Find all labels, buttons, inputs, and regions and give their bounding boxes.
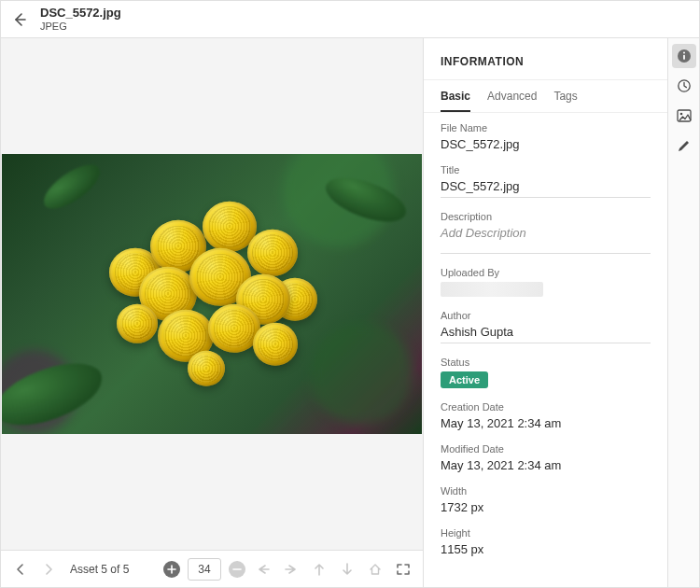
info-icon <box>677 49 692 63</box>
svg-point-3 <box>683 52 685 54</box>
minus-icon <box>232 565 242 574</box>
back-button[interactable] <box>8 8 31 31</box>
file-type: JPEG <box>40 21 121 33</box>
fullscreen-icon <box>397 564 410 575</box>
field-modified-date: Modified Date May 13, 2021 2:34 am <box>441 443 651 472</box>
info-tabs: Basic Advanced Tags <box>424 80 667 113</box>
title-block: DSC_5572.jpg JPEG <box>40 6 121 33</box>
tab-tags[interactable]: Tags <box>553 90 577 112</box>
field-label: Title <box>441 164 651 175</box>
status-badge: Active <box>441 371 488 388</box>
field-title[interactable]: Title DSC_5572.jpg <box>441 164 651 198</box>
next-asset-button[interactable] <box>38 559 59 580</box>
zoom-out-button[interactable] <box>229 561 245 578</box>
reset-view-button[interactable] <box>365 559 385 580</box>
field-uploaded-by: Uploaded By <box>441 267 651 297</box>
svg-point-6 <box>679 113 682 116</box>
field-label: Author <box>441 310 651 321</box>
arrow-right-icon <box>285 564 298 575</box>
uploaded-by-value <box>441 282 543 297</box>
field-status: Status Active <box>441 357 651 388</box>
arrow-up-icon <box>314 563 325 576</box>
field-label: Creation Date <box>441 401 651 413</box>
pan-left-button[interactable] <box>253 559 273 580</box>
pan-up-button[interactable] <box>309 559 329 580</box>
field-label: Uploaded By <box>441 267 651 278</box>
home-icon <box>369 563 382 576</box>
field-label: File Name <box>441 122 651 133</box>
viewer: Asset 5 of 5 <box>1 38 423 587</box>
info-panel: INFORMATION Basic Advanced Tags File Nam… <box>423 38 667 587</box>
description-input[interactable]: Add Description <box>441 226 651 240</box>
field-author[interactable]: Author Ashish Gupta <box>441 310 651 343</box>
field-value: 1732 px <box>441 500 651 514</box>
pan-right-button[interactable] <box>281 559 301 580</box>
tab-basic[interactable]: Basic <box>441 90 470 112</box>
rail-renditions-button[interactable] <box>672 104 696 128</box>
rail-edit-button[interactable] <box>672 133 696 158</box>
field-value: 1155 px <box>441 542 651 556</box>
field-description[interactable]: Description Add Description <box>441 211 651 254</box>
field-file-name: File Name DSC_5572.jpg <box>441 122 651 151</box>
asset-counter: Asset 5 of 5 <box>70 563 156 576</box>
file-name: DSC_5572.jpg <box>40 6 121 21</box>
field-value: DSC_5572.jpg <box>441 137 651 151</box>
chevron-right-icon <box>44 564 53 575</box>
field-label: Status <box>441 357 651 368</box>
asset-image <box>2 154 422 434</box>
image-stage[interactable] <box>1 38 423 550</box>
image-icon <box>677 109 692 122</box>
main: Asset 5 of 5 <box>1 38 699 587</box>
fullscreen-button[interactable] <box>393 559 413 580</box>
prev-asset-button[interactable] <box>10 559 31 580</box>
clock-icon <box>677 78 692 93</box>
pan-down-button[interactable] <box>337 559 357 580</box>
tab-advanced[interactable]: Advanced <box>487 90 537 112</box>
field-width: Width 1732 px <box>441 485 651 514</box>
arrow-down-icon <box>342 563 353 576</box>
field-value: May 13, 2021 2:34 am <box>441 416 651 430</box>
pencil-icon <box>677 139 691 153</box>
bottombar: Asset 5 of 5 <box>1 550 423 587</box>
field-label: Description <box>441 211 651 222</box>
svg-rect-2 <box>683 55 685 60</box>
field-label: Width <box>441 485 651 497</box>
app-root: DSC_5572.jpg JPEG <box>0 0 700 588</box>
plus-icon <box>167 565 176 574</box>
viewer-tools <box>163 558 413 581</box>
flower-cluster <box>100 192 324 388</box>
info-fields: File Name DSC_5572.jpg Title DSC_5572.jp… <box>424 113 667 573</box>
zoom-input[interactable] <box>188 558 221 581</box>
field-label: Height <box>441 527 651 539</box>
zoom-in-button[interactable] <box>163 561 180 578</box>
field-height: Height 1155 px <box>441 527 651 556</box>
field-value: May 13, 2021 2:34 am <box>441 458 651 472</box>
author-input[interactable]: Ashish Gupta <box>441 325 651 339</box>
title-input[interactable]: DSC_5572.jpg <box>441 179 651 193</box>
chevron-left-icon <box>16 564 25 575</box>
field-label: Modified Date <box>441 443 651 455</box>
rail-info-button[interactable] <box>672 44 696 68</box>
info-panel-title: INFORMATION <box>424 38 667 80</box>
arrow-left-icon <box>12 12 27 27</box>
topbar: DSC_5572.jpg JPEG <box>1 1 699 38</box>
rail-history-button[interactable] <box>672 74 696 98</box>
arrow-left-icon <box>257 564 270 575</box>
field-creation-date: Creation Date May 13, 2021 2:34 am <box>441 401 651 430</box>
right-rail <box>667 38 699 587</box>
